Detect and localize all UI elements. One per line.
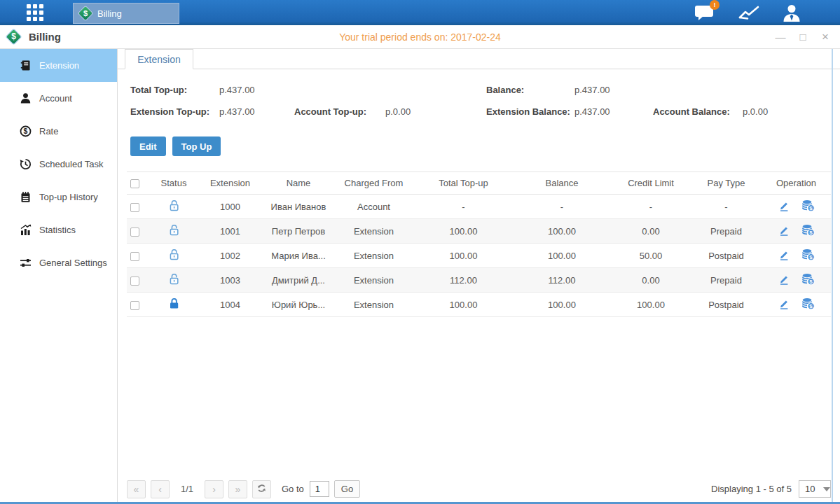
row-checkbox[interactable] — [130, 276, 139, 286]
sidebar-item-label: General Settings — [39, 258, 107, 268]
col-status: Status — [151, 172, 197, 195]
sidebar-item-statistics[interactable]: Statistics — [0, 214, 117, 246]
sidebar-item-label: Extension — [39, 60, 79, 71]
next-page-button[interactable]: › — [205, 480, 223, 498]
row-checkbox[interactable] — [130, 252, 139, 261]
cell-total-topup: 100.00 — [414, 244, 513, 268]
status-unlocked-icon — [169, 273, 179, 285]
page-title: Billing — [29, 31, 61, 43]
cell-charged-from: Extension — [333, 244, 414, 268]
edit-row-icon[interactable] — [778, 274, 790, 285]
tab-bar: Extension — [118, 49, 840, 69]
balance-label: Balance: — [486, 85, 524, 95]
topup-row-icon[interactable] — [802, 298, 815, 309]
notification-badge: ! — [710, 0, 719, 10]
account-topup-value: p.0.00 — [385, 106, 411, 117]
row-checkbox[interactable] — [130, 227, 139, 237]
sidebar-item-account[interactable]: Account — [0, 82, 117, 115]
page-size-select[interactable]: 10 — [799, 480, 831, 498]
cell-pay-type: Postpaid — [691, 293, 762, 317]
messages-icon[interactable]: ! — [694, 4, 717, 22]
select-all-checkbox[interactable] — [130, 179, 139, 188]
top-up-button[interactable]: Top Up — [172, 136, 221, 156]
apps-grid-icon[interactable] — [27, 4, 43, 21]
sidebar-item-scheduled-task[interactable]: Scheduled Task — [0, 148, 117, 181]
cell-balance: 112.00 — [513, 268, 611, 293]
billing-window: $ Billing ! — [0, 0, 840, 504]
close-icon[interactable]: × — [819, 25, 832, 49]
extension-book-icon — [20, 59, 32, 71]
refresh-button[interactable] — [252, 480, 271, 498]
sidebar-item-extension[interactable]: Extension — [0, 49, 117, 82]
col-name: Name — [263, 172, 333, 195]
topbar-tab-billing[interactable]: $ Billing — [73, 3, 179, 24]
row-checkbox[interactable] — [130, 203, 139, 212]
cell-pay-type: Prepaid — [691, 219, 762, 244]
status-locked-icon — [169, 298, 179, 309]
page-size-value: 10 — [805, 484, 815, 494]
account-balance-value: p.0.00 — [743, 106, 768, 117]
edit-row-icon[interactable] — [778, 249, 790, 260]
topup-row-icon[interactable] — [802, 273, 815, 285]
cell-total-topup: 112.00 — [414, 268, 513, 293]
cell-charged-from: Account — [333, 195, 414, 219]
cell-credit-limit: 50.00 — [611, 244, 691, 268]
status-unlocked-icon — [169, 200, 179, 211]
pagination-bar: « ‹ 1/1 › » Go to Go Displaying — [127, 479, 831, 498]
sidebar-item-general-settings[interactable]: General Settings — [0, 246, 117, 279]
cell-total-topup: - — [414, 195, 513, 219]
col-extension: Extension — [197, 172, 263, 195]
main-content: Extension Total Top-up: p.437.00 Balance… — [118, 49, 840, 503]
table-row: 1001 Петр Петров Extension 100.00 100.00… — [127, 219, 831, 244]
tab-extension[interactable]: Extension — [125, 49, 193, 69]
edit-row-icon[interactable] — [778, 200, 790, 211]
row-checkbox[interactable] — [130, 301, 139, 310]
edit-row-icon[interactable] — [778, 225, 790, 236]
cell-extension: 1002 — [197, 244, 263, 268]
maximize-icon[interactable]: □ — [797, 25, 809, 49]
topup-history-ledger-icon — [20, 191, 32, 203]
sidebar-item-label: Rate — [39, 126, 58, 136]
refresh-icon — [257, 484, 266, 493]
cell-extension: 1003 — [197, 268, 263, 293]
sidebar-item-rate[interactable]: $ Rate — [0, 115, 117, 148]
topup-row-icon[interactable] — [802, 248, 815, 260]
last-page-button[interactable]: » — [228, 480, 247, 498]
go-button[interactable]: Go — [334, 480, 360, 498]
billing-title-icon: $ — [6, 29, 21, 44]
balance-summary: Total Top-up: p.437.00 Balance: p.437.00… — [118, 69, 840, 125]
cell-charged-from: Extension — [333, 268, 414, 293]
extension-topup-value: p.437.00 — [219, 106, 255, 117]
edit-button[interactable]: Edit — [130, 136, 166, 156]
topup-row-icon[interactable] — [802, 224, 815, 236]
user-account-icon[interactable] — [781, 4, 804, 22]
trial-notice: Your trial period ends on: 2017-02-24 — [0, 31, 840, 43]
first-page-button[interactable]: « — [127, 480, 146, 498]
chevron-down-icon — [823, 487, 830, 491]
table-header-row: Status Extension Name Charged From Total… — [127, 172, 831, 195]
total-topup-value: p.437.00 — [219, 85, 255, 95]
extension-balance-value: p.437.00 — [574, 106, 610, 117]
cell-total-topup: 100.00 — [414, 219, 513, 244]
topup-row-icon[interactable] — [802, 200, 815, 211]
prev-page-button[interactable]: ‹ — [151, 480, 170, 498]
goto-page-input[interactable] — [310, 481, 329, 497]
cell-credit-limit: 100.00 — [611, 293, 691, 317]
sidebar-item-label: Top-up History — [39, 192, 98, 202]
cell-name: Дмитрий Д... — [263, 268, 333, 293]
total-topup-label: Total Top-up: — [130, 85, 187, 95]
cell-charged-from: Extension — [333, 219, 414, 244]
top-bar: $ Billing ! — [0, 0, 840, 25]
cell-name: Иван Иванов — [263, 195, 333, 219]
cell-charged-from: Extension — [333, 293, 414, 317]
cell-balance: 100.00 — [513, 244, 611, 268]
scheduled-task-history-icon — [20, 158, 32, 170]
col-total-topup: Total Top-up — [414, 172, 513, 195]
cell-name: Мария Ива... — [263, 244, 333, 268]
minimize-icon[interactable]: — — [774, 25, 787, 49]
resource-monitor-icon[interactable] — [738, 4, 760, 22]
sidebar-item-topup-history[interactable]: Top-up History — [0, 181, 117, 214]
cell-balance: 100.00 — [513, 219, 611, 244]
extension-balance-label: Extension Balance: — [486, 106, 570, 117]
edit-row-icon[interactable] — [778, 298, 790, 309]
